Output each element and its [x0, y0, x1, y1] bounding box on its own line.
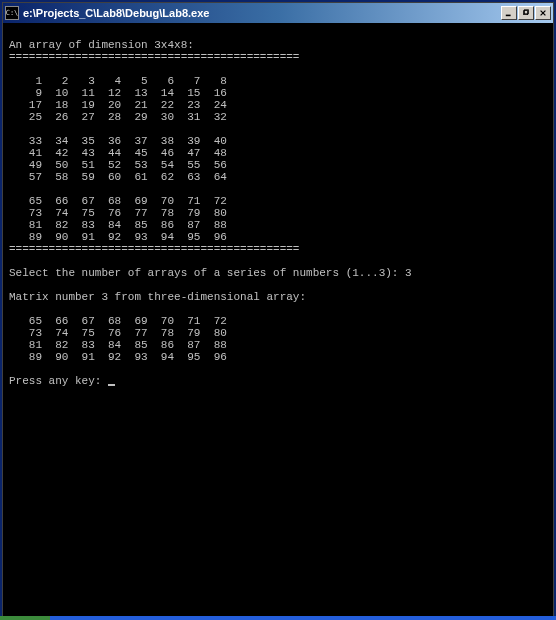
app-icon: C:\	[5, 6, 19, 20]
maximize-button[interactable]	[518, 6, 534, 20]
console-window: C:\ e:\Projects_C\Lab8\Debug\Lab8.exe An…	[2, 2, 554, 618]
minimize-icon	[505, 9, 513, 17]
console-output[interactable]: An array of dimension 3x4x8: ===========…	[3, 23, 553, 617]
close-icon	[539, 9, 547, 17]
window-controls	[501, 6, 551, 20]
titlebar[interactable]: C:\ e:\Projects_C\Lab8\Debug\Lab8.exe	[3, 3, 553, 23]
cursor	[108, 384, 115, 386]
svg-rect-0	[506, 15, 511, 17]
minimize-button[interactable]	[501, 6, 517, 20]
taskbar[interactable]	[0, 616, 556, 620]
window-title: e:\Projects_C\Lab8\Debug\Lab8.exe	[23, 7, 501, 19]
maximize-icon	[522, 9, 530, 17]
close-button[interactable]	[535, 6, 551, 20]
start-button-edge[interactable]	[0, 616, 50, 620]
